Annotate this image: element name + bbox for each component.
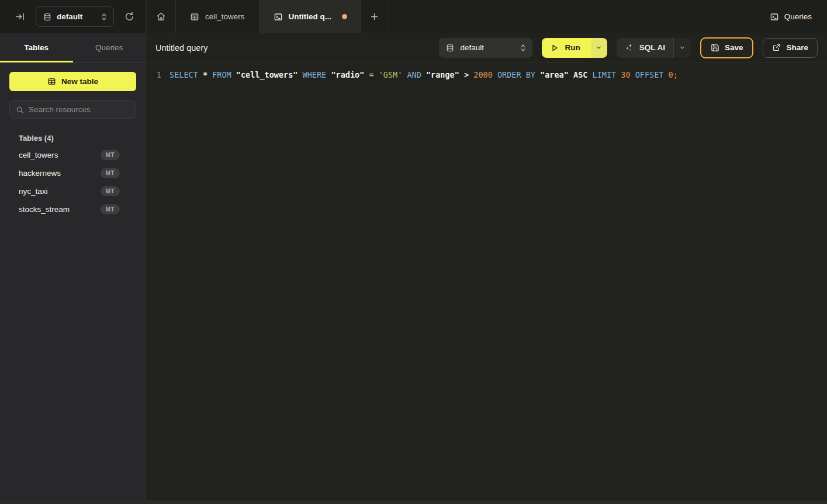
sql-token: 30 (621, 70, 635, 79)
run-button[interactable]: Run (542, 38, 590, 58)
sql-token: BY (526, 70, 540, 79)
run-split-button: Run (542, 38, 607, 58)
sql-ai-dropdown[interactable] (673, 38, 691, 58)
sql-token: LIMIT (593, 70, 621, 79)
table-list-item-cell-towers[interactable]: cell_towers MT (9, 146, 136, 164)
new-table-label: New table (61, 77, 98, 86)
sql-token: ASC (573, 70, 593, 79)
run-button-label: Run (565, 43, 580, 52)
tab-untitled-query[interactable]: Untitled q... (259, 0, 362, 33)
sidebar-body: New table Tables (4) cell_towers MT hack… (0, 62, 146, 228)
toolbar-database-value: default (460, 43, 514, 52)
collapse-arrow-icon (15, 12, 25, 22)
sidebar-tab-tables[interactable]: Tables (0, 33, 73, 62)
table-engine-badge: MT (101, 186, 120, 196)
sql-line-tokens: SELECT * FROM "cell_towers" WHERE "radio… (169, 69, 678, 81)
sql-token: = (369, 70, 378, 79)
database-icon (43, 13, 51, 21)
query-toolbar: Untitled query default Run (146, 33, 827, 62)
unsaved-changes-dot (342, 14, 347, 19)
table-list-item-hackernews[interactable]: hackernews MT (9, 164, 136, 182)
search-resources-input[interactable] (29, 105, 130, 114)
table-list-item-nyc-taxi[interactable]: nyc_taxi MT (9, 182, 136, 200)
chevron-updown-icon (520, 44, 527, 52)
sidebar-tab-queries[interactable]: Queries (73, 33, 146, 62)
sql-token: > (464, 70, 473, 79)
sql-token: "area" (540, 70, 573, 79)
tab-home[interactable] (147, 0, 176, 33)
sql-token: 0 (669, 70, 673, 79)
new-table-button[interactable]: New table (9, 72, 136, 91)
sql-token: ; (673, 70, 678, 79)
chevron-down-icon (679, 44, 686, 51)
sql-token: 2000 (473, 70, 497, 79)
sql-editor-line-1: 1 SELECT * FROM "cell_towers" WHERE "rad… (146, 69, 827, 81)
sidebar-collapse-button[interactable] (13, 9, 27, 24)
table-name: nyc_taxi (19, 187, 48, 196)
table-list-item-stocks-stream[interactable]: stocks_stream MT (9, 200, 136, 218)
search-resources-box (9, 100, 136, 119)
content-area: Untitled query default Run (146, 33, 827, 504)
topbar-database-selector[interactable]: default (36, 6, 114, 27)
save-button[interactable]: Save (700, 37, 754, 58)
sql-token: OFFSET (635, 70, 669, 79)
play-icon (551, 44, 559, 52)
tab-cell-towers[interactable]: cell_towers (176, 0, 259, 33)
sql-token: WHERE (303, 70, 331, 79)
plus-icon (370, 12, 379, 21)
toolbar-database-selector[interactable]: default (439, 38, 532, 58)
table-name: stocks_stream (19, 205, 70, 214)
tab-label: Untitled q... (289, 12, 332, 21)
tab-label: cell_towers (205, 12, 245, 21)
workspace-tabs: cell_towers Untitled q... (146, 0, 388, 33)
top-bar: default cell_towers Untitl (0, 0, 827, 33)
run-options-dropdown[interactable] (591, 38, 607, 58)
sql-token: "radio" (331, 70, 369, 79)
search-icon (16, 106, 24, 114)
topbar-spacer (388, 0, 770, 33)
query-title: Untitled query (155, 43, 207, 53)
table-engine-badge: MT (101, 150, 120, 160)
table-engine-badge: MT (101, 204, 120, 214)
query-console-icon (770, 12, 779, 22)
queries-button-label: Queries (784, 12, 812, 21)
sql-token: FROM (212, 70, 236, 79)
save-button-label: Save (725, 43, 743, 52)
sql-token: AND (407, 70, 426, 79)
tables-section-title: Tables (4) (19, 134, 136, 142)
share-button-label: Share (786, 43, 808, 52)
sql-token: ORDER (497, 70, 526, 79)
new-tab-button[interactable] (361, 0, 388, 33)
topbar-database-value: default (57, 12, 95, 21)
topbar-left-controls: default (0, 0, 146, 33)
table-name: cell_towers (19, 151, 58, 159)
save-floppy-icon (711, 43, 719, 52)
chevron-updown-icon (101, 13, 108, 21)
bottom-edge-strip (0, 500, 827, 504)
sql-token: "cell_towers" (236, 70, 303, 79)
refresh-icon (124, 12, 134, 22)
sparkles-icon (625, 43, 634, 52)
sidebar: Tables Queries New table Tables (4) cell… (0, 33, 146, 504)
query-console-icon (274, 12, 283, 22)
table-engine-badge: MT (101, 168, 120, 178)
sql-token: 'GSM' (379, 70, 407, 79)
line-number: 1 (146, 69, 161, 81)
sql-ai-split-button: SQL AI (617, 38, 691, 58)
table-icon (47, 77, 56, 86)
table-name: hackernews (19, 169, 61, 178)
queries-panel-button[interactable]: Queries (770, 0, 812, 33)
table-icon (190, 12, 199, 22)
sql-ai-button[interactable]: SQL AI (617, 38, 673, 58)
sidebar-tabs: Tables Queries (0, 33, 146, 62)
refresh-button[interactable] (122, 9, 137, 24)
database-icon (446, 44, 454, 52)
sql-token: * (203, 70, 212, 79)
sql-token: SELECT (169, 70, 203, 79)
chevron-down-icon (596, 44, 602, 51)
share-external-icon (772, 43, 781, 52)
sql-editor[interactable]: 1 SELECT * FROM "cell_towers" WHERE "rad… (146, 62, 827, 504)
home-icon (156, 12, 166, 22)
share-button[interactable]: Share (763, 38, 818, 58)
sql-ai-label: SQL AI (639, 43, 665, 52)
